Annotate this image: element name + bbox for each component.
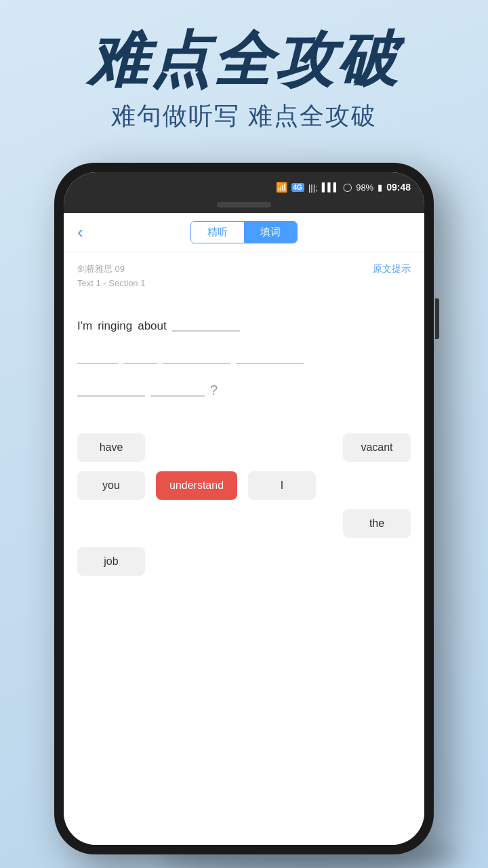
clock-icon: ◯: [343, 182, 352, 192]
question-mark: ?: [210, 382, 218, 401]
blank-6: [77, 395, 145, 397]
signal-bars: ▌▌▌: [322, 182, 340, 192]
blank-5: [236, 363, 304, 364]
choice-row-4: job: [77, 547, 411, 576]
phone-mockup: 📶 4G |||; ▌▌▌ ◯ 98% ▮ 09:48 ‹ 精听: [54, 163, 434, 854]
choice-job[interactable]: job: [77, 547, 145, 576]
hero-title: 难点全攻破: [0, 27, 488, 93]
blank-2: [77, 363, 118, 364]
choice-you[interactable]: you: [77, 471, 145, 500]
hero-section: 难点全攻破 难句做听写 难点全攻破: [0, 27, 488, 133]
blank-4: [163, 363, 230, 364]
choice-row-3: the: [77, 509, 411, 538]
sentence-row-1: I'm ringing about: [77, 309, 411, 336]
status-bar: 📶 4G |||; ▌▌▌ ◯ 98% ▮ 09:48: [64, 172, 424, 202]
tab-group: 精听 填词: [190, 221, 298, 243]
battery-percent: 98%: [356, 182, 373, 193]
signal-icon: |||;: [308, 182, 318, 193]
word-ringing: ringing: [98, 319, 132, 336]
phone-screen: 📶 4G |||; ▌▌▌ ◯ 98% ▮ 09:48 ‹ 精听: [64, 172, 424, 845]
blank-7: [150, 395, 205, 397]
word-choices: have vacant you understand I the: [77, 433, 411, 576]
phone-body: 📶 4G |||; ▌▌▌ ◯ 98% ▮ 09:48 ‹ 精听: [54, 163, 434, 854]
section-label-line2: Text 1 - Section 1: [77, 278, 411, 288]
hint-button[interactable]: 原文提示: [373, 263, 411, 275]
hero-subtitle: 难句做听写 难点全攻破: [0, 100, 488, 133]
section-label-line1: 剑桥雅思 09: [77, 263, 411, 275]
tab-tianci[interactable]: 填词: [244, 222, 297, 243]
status-bar-content: 📶 4G |||; ▌▌▌ ◯ 98% ▮ 09:48: [276, 182, 411, 193]
blank-3: [123, 363, 157, 364]
word-about: about: [138, 319, 167, 336]
choice-i[interactable]: I: [248, 471, 316, 500]
app-content: 原文提示 剑桥雅思 09 Text 1 - Section 1 I'm ring…: [64, 252, 424, 845]
battery-icon: ▮: [378, 182, 382, 193]
back-button[interactable]: ‹: [77, 222, 83, 243]
word-im: I'm: [77, 319, 92, 336]
choice-have[interactable]: have: [77, 433, 145, 462]
phone-notch: [64, 202, 424, 213]
choice-row-2: you understand I: [77, 471, 411, 500]
tab-jingting[interactable]: 精听: [191, 222, 244, 243]
choice-vacant[interactable]: vacant: [343, 433, 411, 462]
wifi-icon: 📶: [276, 182, 287, 193]
sentence-row-2: [77, 341, 411, 368]
choice-row-1: have vacant: [77, 433, 411, 462]
choice-understand[interactable]: understand: [156, 471, 237, 500]
fill-area: I'm ringing about: [77, 302, 411, 413]
status-time: 09:48: [386, 182, 411, 193]
choice-the[interactable]: the: [343, 509, 411, 538]
speaker-grill: [217, 202, 271, 208]
sentence-row-3: ?: [77, 374, 411, 401]
app-header: ‹ 精听 填词: [64, 213, 424, 252]
blank-1: [172, 330, 240, 332]
lte-badge: 4G: [291, 183, 304, 192]
